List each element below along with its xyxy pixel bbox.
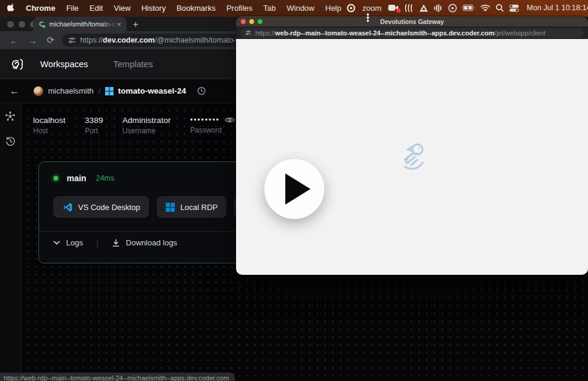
vs-code-desktop-label: VS Code Desktop [78,203,140,212]
logs-divider: | [96,238,98,247]
notification-badge [396,8,401,13]
battery-icon[interactable] [462,4,475,11]
gateway-url-toolbar: https://web-rdp--main--tomato-weasel-24-… [236,26,588,39]
local-rdp-label: Local RDP [180,203,217,212]
password-label: Password [190,126,235,134]
back-button[interactable]: ← [5,35,23,46]
password-value[interactable]: •••••••• [190,116,220,124]
agent-latency: 24ms [96,174,115,182]
nav-workspaces[interactable]: Workspaces [40,59,88,69]
gateway-address-bar[interactable]: https://web-rdp--main--tomato-weasel-24-… [240,28,584,38]
breadcrumb-separator: / [99,86,101,95]
schedule-clock-icon[interactable] [197,86,206,95]
window-controls-inactive [7,21,37,28]
gateway-title-bar[interactable]: Devolutions Gateway [236,16,588,26]
username-field: Administrator Username [123,116,171,135]
agent-status-dot [53,176,58,181]
meeting-camera-icon[interactable] [388,4,399,12]
site-settings-icon[interactable] [68,36,76,44]
chevron-down-icon[interactable] [53,241,60,245]
gateway-window-title: Devolutions Gateway [236,18,588,25]
menu-profiles[interactable]: Profiles [221,4,258,13]
user-avatar[interactable] [34,86,43,96]
username-value[interactable]: Administrator [123,116,171,125]
logs-toggle[interactable]: Logs [66,238,83,247]
gateway-url-text: https://web-rdp--main--tomato-weasel-24-… [255,29,545,37]
coder-nav-links: Workspaces Templates [40,59,153,69]
host-label: Host [33,127,65,135]
audio-waves-icon[interactable] [404,4,414,13]
host-field: localhost Host [33,116,65,135]
screen-recording-icon[interactable] [347,4,356,13]
resources-topology-icon[interactable] [4,110,16,122]
spotlight-search-icon[interactable] [496,4,504,12]
host-value[interactable]: localhost [33,116,65,125]
apple-icon[interactable] [7,3,16,13]
vscode-icon [62,202,73,212]
play-icon [285,173,311,205]
new-tab-button[interactable]: + [127,18,144,31]
menu-tab[interactable]: Tab [258,4,281,13]
coder-logo[interactable] [10,56,25,72]
gateway-site-settings-icon[interactable] [245,29,252,36]
forward-button[interactable]: → [23,35,42,46]
download-icon[interactable] [112,239,120,247]
close-window-button[interactable] [7,21,14,28]
menu-chrome[interactable]: Chrome [20,4,61,13]
download-logs-button[interactable]: Download logs [126,238,177,247]
menu-edit[interactable]: Edit [84,4,108,13]
wifi-icon[interactable] [480,4,490,11]
port-value[interactable]: 3389 [85,116,103,125]
workspace-name[interactable]: tomato-weasel-24 [118,86,186,95]
menu-history[interactable]: History [136,4,171,13]
macos-menu-bar: Chrome File Edit View History Bookmarks … [0,0,588,16]
back-to-workspaces-button[interactable]: ← [5,86,24,97]
agent-name: main [67,173,86,183]
history-icon[interactable] [5,136,16,147]
coder-favicon [38,20,46,28]
menu-bar-clock[interactable]: Mon Jul 1 10:18:14 AM [527,4,588,12]
mouse-cursor-vertical-move [364,12,372,23]
workspace-sidebar [0,103,21,381]
devolutions-bird-logo [397,141,428,172]
username-label: Username [123,127,171,135]
menu-bookmarks[interactable]: Bookmarks [171,4,221,13]
menu-bar-status-items: zoom Mon Jul 1 10:18:14 AM [347,4,588,13]
vs-code-desktop-button[interactable]: VS Code Desktop [53,196,149,218]
control-center-icon[interactable] [509,4,519,12]
link-preview-status: https://web-rdp--main--tomato-weasel-24-… [0,373,235,381]
play-circle-icon[interactable] [448,4,457,13]
windows-os-icon [105,87,114,95]
menu-view[interactable]: View [108,4,136,13]
triangle-app-icon[interactable] [419,4,428,12]
port-field: 3389 Port [85,116,103,135]
show-password-eye-icon[interactable] [225,116,235,124]
nav-templates[interactable]: Templates [114,59,153,69]
password-field: •••••••• Password [190,116,235,135]
equalizer-icon[interactable] [434,4,443,13]
windows-logo-icon [166,203,175,212]
reload-button[interactable]: ⟳ [42,35,59,46]
tab-title-fade [102,17,117,31]
menu-window[interactable]: Window [281,4,320,13]
devolutions-gateway-window[interactable]: Devolutions Gateway https://web-rdp--mai… [236,16,588,275]
browser-tab[interactable]: michaelsmith/tomato-weasel × [33,17,127,31]
local-rdp-button[interactable]: Local RDP [157,196,226,218]
minimize-window-button[interactable] [19,21,25,28]
menu-file[interactable]: File [61,4,84,13]
gateway-content [236,39,588,275]
menu-help[interactable]: Help [320,4,347,13]
port-label: Port [85,127,103,135]
start-session-play-button[interactable] [264,159,324,219]
zoom-menu-label[interactable]: zoom [361,4,383,13]
breadcrumb-username[interactable]: michaelsmith [48,86,94,95]
